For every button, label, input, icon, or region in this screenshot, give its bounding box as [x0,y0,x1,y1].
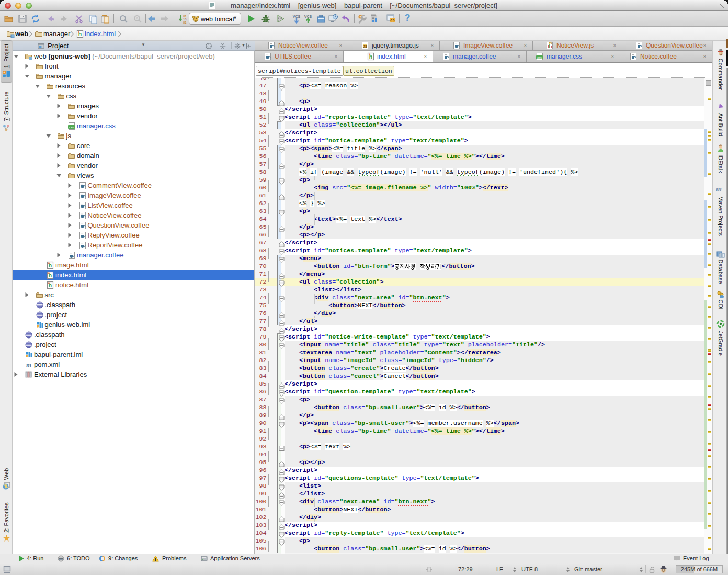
svg-text:m: m [26,360,31,368]
svg-text:VCS: VCS [293,15,301,18]
svg-text:A: A [136,17,139,20]
svg-text:01: 01 [183,21,187,24]
svg-text:JS: JS [549,42,552,45]
svg-text:css: css [537,56,542,59]
svg-text:JS: JS [363,44,368,48]
svg-text:css: css [69,125,74,128]
